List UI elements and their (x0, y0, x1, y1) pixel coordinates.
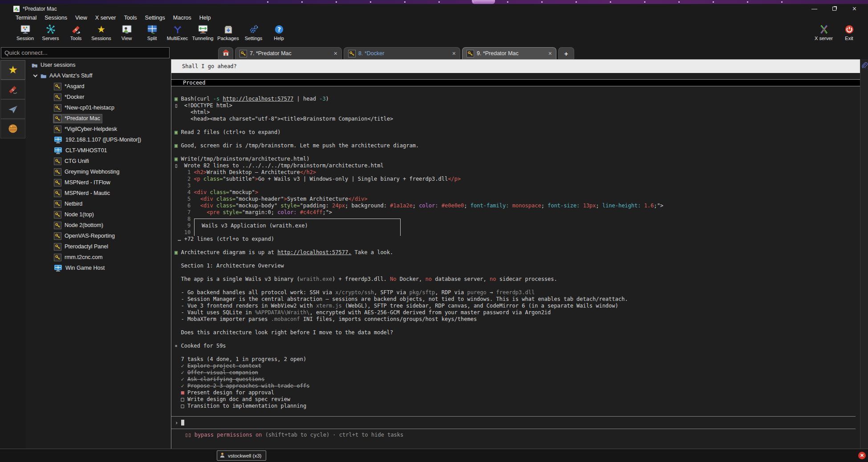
session-item-label: Win Game Host (65, 265, 105, 271)
session-item--vigilcyber-helpdesk[interactable]: *VigilCyber-Helpdesk (26, 124, 171, 134)
session-item-aaa-vantz-s-stuff[interactable]: AAA Vantz's Stuff (26, 70, 171, 81)
maximize-button[interactable] (824, 4, 844, 13)
toolbar-label: Tunneling (190, 36, 215, 41)
terminal-line (174, 323, 860, 329)
home-tab[interactable] (218, 47, 233, 59)
rail-globe-icon[interactable] (0, 119, 25, 138)
menu-settings[interactable]: Settings (141, 13, 169, 22)
session-item--docker[interactable]: *Docker (26, 92, 171, 102)
session-item-win-game-host[interactable]: Win Game Host (26, 263, 171, 273)
session-item--predator-mac[interactable]: *Predator Mac (26, 113, 171, 124)
tab-close-icon[interactable]: × (446, 50, 456, 57)
terminal-line: □ Write design doc and spec review (174, 396, 860, 403)
terminal-tab-9-predator-mac[interactable]: 9. *Predator Mac× (462, 47, 556, 59)
session-item-user-sessions[interactable]: User sessions (26, 60, 171, 70)
background-dots (267, 1, 797, 3)
session-item-label: *VigilCyber-Helpdesk (65, 126, 117, 132)
tab-close-icon[interactable]: × (328, 50, 337, 57)
prompt-input[interactable]: › (171, 416, 856, 429)
session-item-mspnerd-itflow[interactable]: MSPNerd - ITFlow (26, 177, 171, 188)
settings-button[interactable]: Settings (241, 22, 266, 41)
key-icon (54, 190, 61, 197)
session-item-label: *Docker (65, 94, 84, 100)
rail-knife-icon[interactable] (0, 80, 25, 99)
packages-button[interactable]: Packages (215, 22, 241, 41)
terminal-line (174, 269, 860, 276)
session-item-label: *Predator Mac (65, 115, 100, 122)
toolbar-label: Tools (63, 36, 89, 41)
session-item-ctg-unifi[interactable]: CTG Unifi (26, 156, 171, 166)
session-item--asgard[interactable]: *Asgard (26, 81, 171, 92)
bottom-status-bar: vstockwell (x3) ✕ (0, 449, 868, 462)
notification-close-icon[interactable]: ✕ (858, 452, 866, 459)
session-button[interactable]: Session (12, 22, 38, 41)
session-item-pterodactyl-panel[interactable]: Pterodactyl Panel (26, 241, 171, 252)
menu-help[interactable]: Help (195, 13, 215, 22)
menu-tools[interactable]: Tools (120, 13, 141, 22)
session-item-mspnerd-mautic[interactable]: MSPNerd - Mautic (26, 188, 171, 199)
dialog-option-proceed[interactable]: Proceed (171, 79, 860, 86)
terminal-line: ∗ Cooked for 59s (174, 343, 860, 349)
session-item-clt-vmhost01[interactable]: CLT-VMHOST01 (26, 145, 171, 156)
tools-button[interactable]: Tools (63, 22, 89, 41)
help-button[interactable]: ?Help (266, 22, 292, 41)
sessions-button[interactable]: ★Sessions (89, 22, 114, 41)
menu-view[interactable]: View (71, 13, 91, 22)
close-button[interactable]: × (844, 4, 864, 13)
terminal-tab-7-predator-mac[interactable]: 7. *Predator Mac× (235, 47, 342, 59)
toolbar-label: Packages (215, 36, 241, 41)
key-icon (54, 93, 61, 101)
session-item-label: Greyming Webhosting (65, 169, 119, 175)
terminal-line: 7 tasks (4 done, 1 in progress, 2 open) (174, 356, 860, 363)
exit-button[interactable]: Exit (836, 22, 862, 41)
paperclip-icon[interactable] (861, 62, 868, 70)
terminal-line: 10 (174, 229, 860, 236)
terminal[interactable]: Shall I go ahead? Proceed ▣ Bash(curl -s… (171, 59, 860, 449)
session-item-label: CLT-VMHOST01 (65, 147, 107, 154)
menu-sessions[interactable]: Sessions (41, 13, 71, 22)
session-item-greyming-webhosting[interactable]: Greyming Webhosting (26, 166, 171, 177)
session-item-node-1-top-[interactable]: Node 1(top) (26, 209, 171, 220)
session-item-node-2-bottom-[interactable]: Node 2(bottom) (26, 220, 171, 231)
terminal-line: - MobaXTerm importer parses .mobaconf IN… (174, 316, 860, 323)
session-item-rmm-t2cnc-com[interactable]: rmm.t2cnc.com (26, 252, 171, 263)
session-item-netbird[interactable]: Netbird (26, 199, 171, 209)
tunneling-button[interactable]: Tunneling (190, 22, 215, 41)
rail-plane-icon[interactable] (0, 99, 25, 119)
tab-close-icon[interactable]: × (542, 50, 552, 57)
prompt-symbol: › (175, 420, 178, 426)
session-item-label: Netbird (65, 201, 82, 207)
rail-star-icon[interactable]: ★ (0, 60, 25, 80)
session-item-openvas-reporting[interactable]: OpenVAS-Reporting (26, 231, 171, 241)
split-button[interactable]: Split (139, 22, 165, 41)
servers-button[interactable]: Servers (38, 22, 63, 41)
background-active-tab (472, 0, 495, 4)
terminal-line: ✓ Explore project context (174, 363, 860, 369)
chevron-down-icon[interactable] (32, 75, 38, 77)
terminal-line: ✓ Ask clarifying questions (174, 376, 860, 383)
terminal-tab-8-docker[interactable]: 8. *Docker× (344, 47, 460, 59)
key-icon (54, 211, 61, 219)
terminal-session-tab[interactable]: vstockwell (x3) (217, 450, 266, 461)
tab-label: 8. *Docker (358, 50, 384, 57)
menu-macros[interactable]: Macros (169, 13, 195, 22)
x-server-button[interactable]: X server (811, 22, 836, 41)
session-item--new-cp01-heistacp[interactable]: *New-cp01-heistacp (26, 102, 171, 113)
session-item-label: Node 1(top) (65, 211, 94, 218)
home-icon (222, 49, 230, 58)
key-icon (54, 83, 61, 90)
key-icon (54, 104, 61, 112)
mobaxterm-window: *Predator Mac — × TerminalSessionsViewX … (0, 0, 868, 462)
new-tab-button[interactable]: + (558, 47, 574, 59)
menu-terminal[interactable]: Terminal (12, 13, 41, 22)
menu-x-server[interactable]: X server (91, 13, 120, 22)
terminal-line: ✓ Offer visual companion (174, 369, 860, 376)
ascii-diagram-box (194, 219, 401, 223)
multiexec-button[interactable]: MultiExec (165, 22, 190, 41)
minimize-button[interactable]: — (804, 4, 824, 13)
session-item-192-168-1-107-ups-monitor-[interactable]: 192.168.1.107 ([UPS-Monitor]) (26, 134, 171, 145)
terminal-line: Section 1: Architecture Overview (174, 263, 860, 269)
view-button[interactable]: View (114, 22, 139, 41)
quick-connect-input[interactable] (1, 47, 170, 58)
key-icon (54, 243, 61, 251)
